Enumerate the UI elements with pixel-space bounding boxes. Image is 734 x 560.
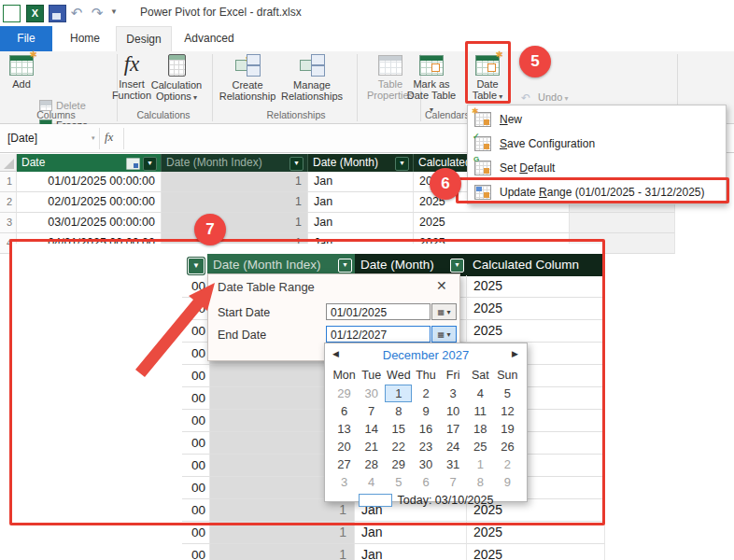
fx-icon: fx [124, 53, 140, 76]
grid-row-3: 3 03/01/2025 00:00:00 1 Jan 2025 [0, 213, 734, 233]
tab-advanced[interactable]: Advanced [176, 26, 243, 51]
column-header-date[interactable]: Date ▼ [17, 154, 162, 172]
date-table-badge-icon [126, 158, 140, 170]
excel-icon[interactable]: X [26, 5, 44, 22]
step-6-badge: 6 [430, 168, 461, 200]
table-properties-icon [378, 55, 402, 76]
row-number[interactable]: 1 [0, 172, 17, 192]
tab-file[interactable]: File [0, 26, 52, 51]
group-label-columns: Columns [19, 109, 93, 120]
save-icon[interactable] [49, 5, 66, 22]
cell-month[interactable]: Jan [308, 172, 414, 192]
tab-home[interactable]: Home [58, 26, 112, 51]
cell-date[interactable]: 02/01/2025 00:00:00 [17, 192, 162, 213]
window-title: Power Pivot for Excel - draft.xlsx [140, 0, 302, 26]
menu-item-save-configuration[interactable]: Save Configuration [469, 132, 725, 156]
cell-month[interactable]: Jan [308, 192, 414, 213]
manage-relationships-button[interactable]: Manage Relationships [278, 51, 346, 102]
tab-design[interactable]: Design [116, 26, 172, 51]
select-all-corner[interactable] [0, 154, 17, 172]
add-column-button[interactable]: Add [5, 51, 38, 90]
group-label-relationships: Relationships [254, 109, 338, 120]
insert-function-button[interactable]: fx Insert Function [108, 51, 155, 101]
group-label-calculations: Calculations [121, 109, 205, 120]
create-relationship-button[interactable]: Create Relationship [217, 51, 278, 102]
menu-item-new[interactable]: New [469, 107, 725, 132]
redo-icon[interactable]: ↷ [90, 5, 105, 21]
manage-relationships-icon [298, 54, 326, 77]
month-index-filter-icon[interactable]: ▼ [289, 157, 303, 171]
step-5-badge: 5 [519, 46, 551, 77]
name-box[interactable]: [Date] [7, 130, 90, 147]
column-header-month-index[interactable]: Date (Month Index) ▼ [162, 154, 308, 172]
cell-date[interactable]: 01/01/2025 00:00:00 [17, 172, 162, 192]
ribbon-tab-bar: File Home Design Advanced [0, 26, 734, 51]
cell-empty[interactable] [570, 213, 675, 233]
insert-function-fx-button[interactable]: fx [105, 130, 113, 145]
date-filter-icon[interactable]: ▼ [143, 157, 157, 171]
row-number[interactable]: 3 [0, 213, 17, 233]
cell-year[interactable]: 2025 [414, 213, 570, 233]
cell-month-index[interactable]: 1 [162, 213, 308, 233]
cell-month[interactable]: Jan [308, 213, 414, 233]
month-filter-icon[interactable]: ▼ [395, 157, 409, 171]
create-relationship-icon [233, 54, 261, 77]
powerpivot-app-icon [3, 5, 21, 22]
undo-arrow-icon: ↶ [521, 91, 534, 103]
new-date-table-icon [474, 112, 491, 127]
undo-icon[interactable]: ↶ [69, 5, 84, 21]
cell-date[interactable]: 03/01/2025 00:00:00 [17, 213, 162, 233]
cell-month-index[interactable]: 1 [162, 192, 308, 213]
row-number[interactable]: 2 [0, 192, 17, 213]
calculation-options-button[interactable]: Calculation Options [149, 51, 204, 104]
save-configuration-icon [474, 136, 491, 151]
quick-access-dropdown-icon[interactable]: ▼ [110, 7, 118, 16]
powerpivot-window: X ↶ ↷ ▼ Power Pivot for Excel - draft.xl… [0, 0, 734, 560]
add-table-icon [9, 55, 34, 76]
annotation-box-overlay [9, 239, 605, 525]
zoom-grid-row: 00 1 Jan 2025 [182, 544, 605, 560]
mark-as-date-table-button[interactable]: Mark as Date Table [405, 51, 458, 116]
cell-month-index[interactable]: 1 [162, 172, 308, 192]
title-bar: X ↶ ↷ ▼ Power Pivot for Excel - draft.xl… [0, 0, 734, 26]
step-7-badge: 7 [194, 214, 226, 245]
mark-as-date-table-icon [419, 55, 444, 76]
column-header-month[interactable]: Date (Month) ▼ [308, 154, 414, 172]
calculator-icon [168, 54, 186, 77]
set-default-icon [474, 161, 491, 175]
annotation-box-date-table [465, 41, 511, 104]
name-box-dropdown-icon[interactable]: ▾ [92, 134, 95, 142]
annotation-box-update-range [456, 177, 729, 203]
undo-button[interactable]: ↶Undo [521, 91, 569, 103]
